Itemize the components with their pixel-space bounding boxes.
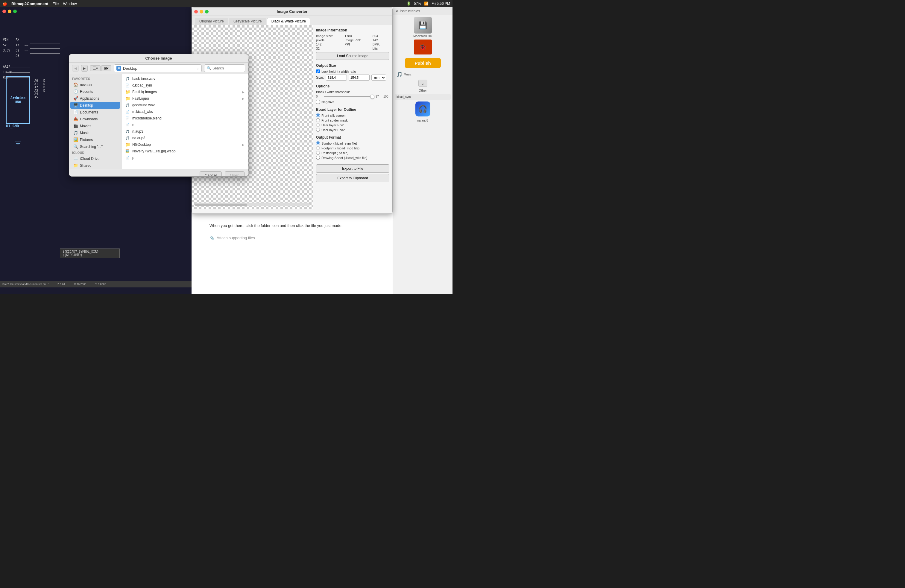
layer-front-silk-radio[interactable] [316, 113, 320, 118]
other-label: Other [393, 88, 452, 93]
horizontal-scrollbar[interactable] [195, 203, 310, 206]
sidebar-label-shared: Shared [80, 164, 92, 168]
export-clipboard-btn[interactable]: Export to Clipboard [316, 174, 389, 182]
sidebar-item-nevaan[interactable]: 🏠 nevaan [70, 81, 120, 88]
load-source-btn[interactable]: Load Source Image [316, 52, 389, 60]
sidebar-item-movies[interactable]: 🎬 Movies [70, 122, 120, 129]
kicad-pin-labels: A0 D A1 D A2 D A3 D A4 A5 [35, 79, 45, 99]
menu-window[interactable]: Window [63, 2, 76, 6]
publish-button[interactable]: Publish [405, 58, 441, 68]
kicad-path-var1: ${KICAD7_SYMBOL_DIR} ${KIPRJMOD} [60, 248, 120, 258]
sidebar-item-searching[interactable]: 🔍 Searching "..." [70, 143, 120, 150]
output-format-group: Symbol (.kicad_sym file) Footprint (.kic… [316, 141, 389, 160]
cancel-button[interactable]: Cancel [200, 171, 222, 176]
layer-eco1-radio[interactable] [316, 123, 320, 127]
format-sym: Symbol (.kicad_sym file) [316, 141, 389, 145]
file-name-10: NGDesktop [132, 143, 151, 147]
file-item-1[interactable]: 📄 c.kicad_sym [123, 82, 247, 89]
menu-file[interactable]: File [53, 2, 59, 6]
download-icon: 📥 [73, 117, 78, 121]
file-item-6[interactable]: 📄 micromouse.blend [123, 115, 247, 122]
back-button[interactable]: ◀ [72, 65, 79, 72]
search-field: 🔍 [204, 64, 245, 72]
sidebar-item-documents[interactable]: 📄 Documents [70, 109, 120, 116]
slider-value: 97 [376, 95, 381, 98]
maximize-button[interactable] [13, 10, 17, 13]
file-item-2[interactable]: 📁 FastLiq Images ▶ [123, 89, 247, 95]
layer-front-solder-radio[interactable] [316, 118, 320, 122]
sidebar-label-applications: Applications [80, 96, 99, 100]
file-icon-5: 📄 [125, 109, 130, 114]
forward-button[interactable]: ▶ [81, 65, 88, 72]
grid-view-btn[interactable]: ⊞▾ [101, 65, 111, 71]
attach-icon: 📎 [210, 235, 214, 241]
location-text: Desktop [123, 66, 195, 71]
slider-thumb [370, 95, 375, 99]
battery-icon: 🔋 [406, 2, 411, 6]
clock-icon: 🕐 [73, 89, 78, 94]
ic-title: Image Converter [277, 9, 308, 14]
cloud-icon: ☁️ [73, 156, 78, 161]
format-mod-radio[interactable] [316, 146, 320, 150]
format-wks: Drawing Sheet (.kicad_wks file) [316, 156, 389, 160]
size-unit-select[interactable]: mm in [372, 75, 386, 81]
minimize-button[interactable] [8, 10, 11, 13]
file-item-12[interactable]: 📄 p [123, 154, 247, 161]
tab-bw[interactable]: Black & White Picture [267, 17, 310, 25]
format-ps-radio[interactable] [316, 151, 320, 155]
file-item-0[interactable]: 🎵 back tune.wav [123, 75, 247, 82]
sidebar-label-recents: Recents [80, 89, 93, 94]
ppi-y: 142 [316, 43, 342, 46]
favorites-section-label: Favorites [69, 76, 121, 81]
format-wks-radio[interactable] [316, 156, 320, 160]
sidebar-item-downloads[interactable]: 📥 Downloads [70, 116, 120, 122]
file-item-5[interactable]: 📄 m.kicad_wks [123, 108, 247, 115]
sidebar-item-shared[interactable]: 📁 Shared [70, 162, 120, 169]
sidebar-item-music[interactable]: 🎵 Music [70, 129, 120, 136]
fd-sidebar: Favorites 🏠 nevaan 🕐 Recents 🚀 Applicati… [69, 74, 122, 169]
expand-button[interactable]: ⌄ [418, 79, 427, 87]
format-sym-radio[interactable] [316, 141, 320, 145]
file-item-9[interactable]: 🎵 na.aup3 [123, 135, 247, 141]
search-input[interactable] [213, 66, 243, 70]
sidebar-item-icloud-drive[interactable]: ☁️ iCloud Drive [70, 155, 120, 162]
folder-icon-2: 📁 [125, 89, 130, 94]
audio-app-icon: 🎧 [415, 102, 430, 116]
file-name-11: Novelty+Wall...ral.jpg.webp [132, 149, 176, 153]
size-width-input[interactable] [326, 75, 347, 81]
sidebar-label-icloud: iCloud Drive [80, 157, 99, 161]
file-name-12: p [132, 156, 134, 160]
list-view-btn[interactable]: ☰▾ [90, 65, 100, 71]
ic-maximize-button[interactable] [205, 10, 209, 13]
negative-checkbox[interactable] [316, 100, 320, 104]
ic-close-button[interactable] [194, 10, 198, 13]
sidebar-item-applications[interactable]: 🚀 Applications [70, 95, 120, 102]
layer-front-solder: Front solder mask [316, 118, 389, 122]
file-item-10[interactable]: 📁 NGDesktop ▶ [123, 141, 247, 148]
disk-icon: 💾 [414, 17, 432, 33]
file-item-7[interactable]: 📄 n [123, 122, 247, 128]
export-file-btn[interactable]: Export to File [316, 164, 389, 173]
open-button[interactable]: Open [225, 171, 245, 176]
apple-menu[interactable]: 🍎 [2, 2, 7, 6]
bpp-label: BPP: [373, 43, 389, 46]
lock-ratio-checkbox[interactable] [316, 70, 320, 73]
sidebar-item-recents[interactable]: 🕐 Recents [70, 88, 120, 95]
close-button[interactable] [2, 10, 6, 13]
attach-label: Attach supporting files [217, 235, 255, 241]
layer-eco2-radio[interactable] [316, 128, 320, 132]
size-height-input[interactable] [349, 75, 370, 81]
file-item-8[interactable]: 🎵 n.aup3 [123, 128, 247, 135]
file-item-4[interactable]: 🎵 goodtune.wav [123, 102, 247, 108]
sidebar-item-desktop[interactable]: 🖥️ Desktop [70, 102, 120, 109]
tab-greyscale[interactable]: Greyscale Picture [229, 17, 266, 25]
threshold-slider[interactable] [324, 96, 374, 97]
file-item-3[interactable]: 📁 FastLiquor ▶ [123, 95, 247, 102]
ic-minimize-button[interactable] [200, 10, 203, 13]
sidebar-item-pictures[interactable]: 🖼️ Pictures [70, 136, 120, 143]
file-item-11[interactable]: 🖼️ Novelty+Wall...ral.jpg.webp [123, 148, 247, 154]
board-layer-section: Board Layer for Outline Front silk scree… [316, 108, 389, 132]
slider-max: 100 [383, 95, 389, 98]
location-icon: 🖥 [116, 66, 121, 71]
tab-original[interactable]: Original Picture [195, 17, 229, 25]
